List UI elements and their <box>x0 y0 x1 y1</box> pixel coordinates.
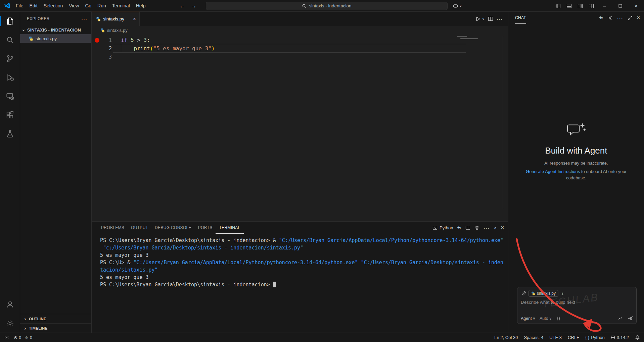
menu-selection[interactable]: Selection <box>41 0 66 11</box>
close-window-button[interactable]: × <box>628 0 644 12</box>
chat-heading: Build with Agent <box>508 146 644 156</box>
language-mode-status[interactable]: { } Python <box>585 335 605 340</box>
chat-input-toolbar: Agent ∨ Auto ∨ <box>521 316 633 321</box>
toggle-secondary-sidebar-icon[interactable] <box>574 0 586 12</box>
context-chip-sintaxis-py[interactable]: sintaxis.py <box>528 290 558 297</box>
code-line-1[interactable]: 1if 5 > 3: <box>92 36 508 44</box>
timeline-section[interactable]: › TIMELINE <box>20 323 91 333</box>
breakpoint-dot[interactable] <box>95 38 99 43</box>
close-panel-icon[interactable]: × <box>501 225 504 231</box>
chat-message-input[interactable]: Describe what to build next <box>521 297 633 316</box>
file-row-sintaxis-py[interactable]: sintaxis.py <box>20 34 91 43</box>
terminal-line: 5 es mayor que 3 <box>100 251 508 259</box>
sidebar-actions-icon[interactable]: ··· <box>81 16 87 22</box>
toggle-primary-sidebar-icon[interactable] <box>552 0 563 12</box>
source-control-icon[interactable] <box>0 49 20 68</box>
copilot-menu-button[interactable]: ∨ <box>453 0 462 12</box>
accounts-icon[interactable] <box>0 295 20 314</box>
send-icon[interactable] <box>628 316 633 321</box>
python-interpreter-status[interactable]: 3.14.2 <box>611 335 629 340</box>
chat-settings-gear-icon[interactable] <box>608 15 613 20</box>
cursor-position-status[interactable]: Ln 2, Col 30 <box>494 335 518 340</box>
minimap[interactable] <box>457 36 477 41</box>
editor-scrollbar[interactable] <box>503 36 503 209</box>
menu-edit[interactable]: Edit <box>27 0 41 11</box>
panel-tab-terminal[interactable]: TERMINAL <box>216 222 243 234</box>
close-chat-icon[interactable]: × <box>637 15 640 21</box>
remote-window-icon[interactable] <box>4 335 9 340</box>
terminal-profile-button[interactable]: Python <box>432 225 453 230</box>
voice-forward-icon[interactable] <box>618 316 623 321</box>
terminal-line: PS C:\Users\Bryan Garcia\Desktop\sintaxi… <box>100 237 508 244</box>
testing-icon[interactable] <box>0 124 20 143</box>
panel-tab-output[interactable]: OUTPUT <box>128 222 151 234</box>
add-context-button[interactable]: + <box>561 291 564 296</box>
menu-run[interactable]: Run <box>94 0 109 11</box>
chevron-right-icon: › <box>23 316 27 322</box>
editor-code-area[interactable]: 1if 5 > 3:2 print("5 es mayor que 3")3 <box>92 35 508 221</box>
notifications-bell-icon[interactable] <box>635 335 640 340</box>
terminal-output[interactable]: PS C:\Users\Bryan Garcia\Desktop\sintaxi… <box>92 234 508 288</box>
expand-chat-icon[interactable] <box>628 15 633 20</box>
chevron-down-icon: ∨ <box>601 16 603 20</box>
code-line-2[interactable]: 2 print("5 es mayor que 3") <box>92 44 508 53</box>
extensions-icon[interactable] <box>0 106 20 124</box>
search-sidebar-icon[interactable] <box>0 31 20 49</box>
forward-arrow-icon[interactable]: → <box>189 0 199 12</box>
python-file-icon <box>100 28 105 33</box>
generate-agent-instructions-link[interactable]: Generate Agent Instructions <box>526 169 580 174</box>
customize-layout-icon[interactable] <box>586 0 597 12</box>
agent-mode-dropdown[interactable]: Agent ∨ <box>521 316 535 321</box>
model-dropdown[interactable]: Auto ∨ <box>540 316 552 321</box>
indentation-status[interactable]: Spaces: 4 <box>524 335 543 340</box>
back-arrow-icon[interactable]: ← <box>177 0 187 12</box>
chat-more-actions-icon[interactable]: ··· <box>617 15 623 21</box>
command-center-search[interactable]: sintaxis - indentacion <box>206 2 448 10</box>
new-terminal-button[interactable]: + ∨ <box>457 225 461 231</box>
breadcrumb-file: sintaxis.py <box>107 28 128 33</box>
chat-title[interactable]: CHAT <box>515 12 526 24</box>
maximize-panel-icon[interactable]: ∧ <box>494 225 497 230</box>
tools-icon[interactable] <box>556 316 561 321</box>
split-editor-icon[interactable] <box>488 16 493 21</box>
panel-more-actions-icon[interactable]: ··· <box>484 225 490 231</box>
folder-row-sintaxis-indentacion[interactable]: › SINTAXIS - INDENTACION <box>20 26 91 34</box>
chat-input-box[interactable]: sintaxis.py + Describe what to build nex… <box>517 287 637 324</box>
run-python-file-icon[interactable] <box>475 16 481 22</box>
explorer-icon[interactable] <box>0 12 20 31</box>
editor-more-actions-icon[interactable]: ··· <box>497 16 503 22</box>
run-debug-icon[interactable] <box>0 68 20 87</box>
python-version: 3.14.2 <box>617 335 629 340</box>
panel-tab-ports[interactable]: PORTS <box>195 222 216 234</box>
attach-context-paperclip-icon[interactable] <box>521 291 526 296</box>
tab-sintaxis-py[interactable]: sintaxis.py × <box>92 12 140 26</box>
python-file-icon <box>531 291 535 295</box>
code-line-3[interactable]: 3 <box>92 53 508 61</box>
outline-section[interactable]: › OUTLINE <box>20 314 91 323</box>
menu-go[interactable]: Go <box>82 0 94 11</box>
breadcrumb[interactable]: sintaxis.py <box>92 26 508 35</box>
panel-tab-problems[interactable]: PROBLEMS <box>98 222 128 234</box>
panel-tab-debug-console[interactable]: DEBUG CONSOLE <box>151 222 195 234</box>
run-dropdown-chevron-icon[interactable]: ∨ <box>482 17 485 21</box>
remote-explorer-icon[interactable] <box>0 87 20 106</box>
terminal-line: tacion/sintaxis.py" <box>100 266 508 274</box>
menu-view[interactable]: View <box>66 0 82 11</box>
problems-status[interactable]: ⊗ 0 ⚠ 0 <box>14 335 32 340</box>
encoding-status[interactable]: UTF-8 <box>549 335 562 340</box>
menu-help[interactable]: Help <box>133 0 149 11</box>
menu-terminal[interactable]: Terminal <box>109 0 133 11</box>
split-terminal-icon[interactable] <box>465 225 470 230</box>
new-chat-button[interactable]: + ∨ <box>599 15 603 21</box>
breakpoint-indicator[interactable] <box>92 38 102 43</box>
kill-terminal-icon[interactable] <box>474 225 479 230</box>
menu-file[interactable]: File <box>13 0 27 11</box>
minimize-button[interactable]: – <box>597 0 612 12</box>
eol-status[interactable]: CRLF <box>568 335 579 340</box>
close-tab-icon[interactable]: × <box>133 16 136 22</box>
python-file-icon <box>29 36 33 41</box>
python-env-icon <box>611 335 615 340</box>
maximize-button[interactable] <box>612 0 628 12</box>
manage-gear-icon[interactable] <box>0 314 20 333</box>
toggle-panel-icon[interactable] <box>563 0 574 12</box>
